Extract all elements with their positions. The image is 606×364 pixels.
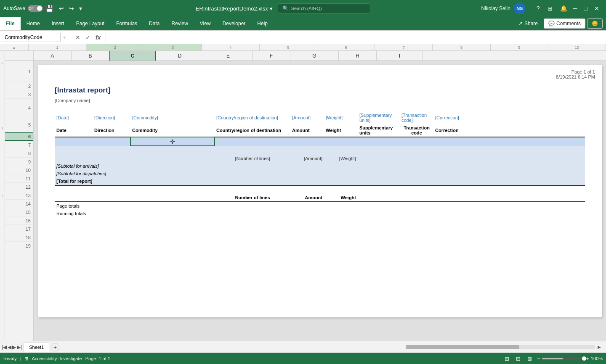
minimize-button[interactable]: ─ [570,0,581,17]
header2-trans: Transaction code [400,124,433,137]
data-row6-weight[interactable] [324,137,358,146]
add-sheet-button[interactable]: + [51,343,59,351]
cancel-formula-button[interactable]: ✕ [74,33,82,42]
col-header-I[interactable]: I [377,51,423,61]
maximize-button[interactable]: □ [581,0,591,17]
row-num-18[interactable]: 18 [5,233,33,242]
quick-access-dropdown[interactable]: ▾ [77,3,85,13]
tab-page-layout[interactable]: Page Layout [70,17,110,30]
col-header-E[interactable]: E [204,51,252,61]
table-data-row-6[interactable]: ✛ [55,137,585,146]
row-num-15[interactable]: 15 [5,208,33,216]
row-num-3[interactable]: 3 [5,90,33,99]
col-header-D[interactable]: D [156,51,204,61]
data-row6-date[interactable] [55,137,93,146]
tab-insert[interactable]: Insert [46,17,70,30]
row-num-9[interactable]: 9 [5,158,33,166]
col-header-C[interactable]: C [109,51,156,61]
tab-review[interactable]: Review [165,17,194,30]
data-row6-corr[interactable] [433,137,585,146]
data-row6-trans[interactable] [400,137,433,146]
page-layout-view-button[interactable]: ⊟ [514,355,522,363]
data-row6-commodity[interactable]: ✛ [130,137,215,146]
save-button[interactable]: 💾 [43,3,56,14]
page-break-view-button[interactable]: ⊠ [526,355,534,363]
data-row6-direction[interactable] [93,137,130,146]
row-num-10[interactable]: 10 [5,166,33,174]
row8-weight: [Weight] [324,155,358,162]
user-avatar[interactable]: NS [514,3,526,14]
tab-data[interactable]: Data [143,17,165,30]
row-num-13[interactable]: 13 [5,191,33,200]
cell-mode-button[interactable]: ⊞ [24,356,28,361]
scroll-right[interactable]: ▶ [12,344,16,350]
scroll-right-end[interactable]: ▶| [17,344,22,350]
row-num-5[interactable]: 5 [5,117,33,132]
autosave-toggle[interactable]: Off [28,5,43,12]
data-row6-country[interactable] [215,137,290,146]
grid-area: 2 3 4 A B C D E F G H I 1 [0,51,606,341]
row-num-4[interactable]: 4 [5,99,33,117]
ruler-3: 3 [144,44,202,50]
zoom-slider-thumb[interactable] [582,356,586,361]
autosave-state: Off [29,6,34,11]
data-row6-supp[interactable] [358,137,400,146]
row-num-16[interactable]: 16 [5,216,33,225]
share-button[interactable]: ↗ Share [514,19,542,28]
search-box[interactable]: 🔍 Search (Alt+Q) [278,3,370,13]
help-icon[interactable]: ? [534,3,542,13]
data-row6-amount[interactable] [290,137,324,146]
horizontal-scrollbar[interactable]: ▶ [61,345,604,349]
row-num-14[interactable]: 14 [5,200,33,208]
col-header-H[interactable]: H [339,51,377,61]
sheet-scroll-arrows: |◀ ◀ ▶ ▶| [2,344,22,350]
undo-button[interactable]: ↩ [56,3,66,13]
h-scroll-right[interactable]: ▶ [598,345,601,349]
normal-view-button[interactable]: ⊞ [503,355,511,363]
zoom-out-button[interactable]: − [537,356,540,362]
tab-file[interactable]: File [0,17,21,30]
bottom-area: |◀ ◀ ▶ ▶| Sheet1 + ▶ Ready | ⊞ Accessibi… [0,341,606,364]
scroll-left-start[interactable]: |◀ [2,344,7,350]
confirm-formula-button[interactable]: ✓ [84,33,92,42]
row-num-2[interactable]: 2 [5,82,33,90]
ruler-10: 10 [548,44,606,50]
col-header-G[interactable]: G [290,51,339,61]
row-num-12[interactable]: 12 [5,183,33,191]
row8-number-of-lines: [Number of lines] [215,155,290,162]
row-num-8[interactable]: 8 [5,149,33,158]
col-header-F[interactable]: F [252,51,290,61]
tab-view[interactable]: View [194,17,217,30]
tab-developer[interactable]: Developer [217,17,252,30]
h-scroll-thumb[interactable] [406,345,519,349]
row-num-7[interactable]: 7 [5,141,33,149]
scroll-left[interactable]: ◀ [8,344,11,350]
tab-home[interactable]: Home [21,17,46,30]
sheet-tab-sheet1[interactable]: Sheet1 [24,343,49,352]
zoom-slider[interactable] [542,358,584,359]
emoji-button[interactable]: 😊 [587,18,603,29]
name-box[interactable] [2,33,61,42]
row-num-6[interactable]: 6 [5,132,33,141]
tab-help[interactable]: Help [251,17,274,30]
row-num-1[interactable]: 1 [5,61,33,82]
row-num-17[interactable]: 17 [5,225,33,233]
col-header-B[interactable]: B [72,51,109,61]
col-header-A[interactable]: A [34,51,72,61]
tab-formulas[interactable]: Formulas [110,17,143,30]
formula-input[interactable] [109,34,604,40]
row-num-11[interactable]: 11 [5,174,33,183]
page-preview-area[interactable]: Page 1 of 1 8/19/2021 6:14 PM [Intrastat… [34,61,606,341]
redo-button[interactable]: ↪ [66,3,77,13]
name-box-dropdown[interactable]: ▾ [63,34,66,40]
insert-function-button[interactable]: fx [94,33,102,42]
zoom-slider-fill [542,358,563,359]
header2-date: Date [55,124,93,137]
ribbon-collapse-icon[interactable]: ⊞ [545,3,555,13]
row-num-19[interactable]: 19 [5,242,33,250]
zoom-in-button[interactable]: + [586,356,589,362]
comments-button[interactable]: 💬 Comments [544,18,585,29]
close-button[interactable]: ✕ [591,0,603,17]
notifications-icon[interactable]: 🔔 [558,3,570,13]
h-scroll-track[interactable] [406,345,595,349]
